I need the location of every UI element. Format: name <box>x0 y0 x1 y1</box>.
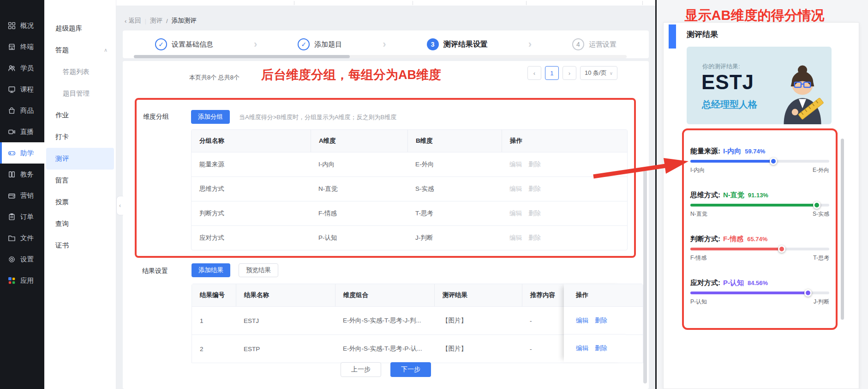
back-button[interactable]: ‹返回 <box>125 17 141 25</box>
result-setting-label: 结果设置 <box>142 267 168 275</box>
ops-row: 编辑 删除 <box>564 334 626 362</box>
delete-link[interactable]: 删除 <box>595 344 607 353</box>
slider-percent: 59.74% <box>745 148 765 155</box>
sidebar-collapse-handle[interactable]: ‹ <box>116 196 123 215</box>
step-result-setting[interactable]: 3 测评结果设置 <box>427 38 488 50</box>
table-header-row: 分组名称 A维度 B维度 操作 <box>192 130 627 152</box>
sidebar-item-courses[interactable]: 课程 <box>0 79 44 100</box>
slider-track[interactable] <box>690 204 829 207</box>
edit-link[interactable]: 编辑 <box>576 344 588 353</box>
slider-right-label: E-外向 <box>813 166 829 174</box>
submenu-item-certificate[interactable]: 证书 <box>44 235 116 256</box>
sidebar-item-terminal[interactable]: 终端 <box>0 36 44 57</box>
submenu-item-assessment[interactable]: 测评 <box>46 148 114 170</box>
chevron-right-icon: › <box>383 38 386 50</box>
cell-name: ESTP <box>236 335 335 363</box>
submenu-item-query[interactable]: 查询 <box>44 213 116 235</box>
gear-icon <box>8 255 16 263</box>
slider-right-label: S-实感 <box>813 210 829 218</box>
cell-dim-a: N-直觉 <box>311 177 407 201</box>
submenu-item-answer[interactable]: 答题∧ <box>44 39 116 61</box>
slider-handle[interactable] <box>804 289 812 297</box>
pagination: ‹ 1 › 10 条/页 ∨ <box>527 66 617 80</box>
col-header-ops: 操作 <box>502 130 627 152</box>
next-step-button[interactable]: 下一步 <box>390 362 431 377</box>
col-header-group-name: 分组名称 <box>192 130 311 152</box>
sidebar-item-academic[interactable]: 教务 <box>0 164 44 185</box>
slider-group-coping: 应对方式:P-认知84.56% P-认知 J-判断 <box>690 279 829 312</box>
sidebar-item-goods[interactable]: 商品 <box>0 100 44 121</box>
add-group-button[interactable]: 添加分组 <box>191 110 230 124</box>
breadcrumb-section[interactable]: 测评 <box>150 17 162 25</box>
col-header-result: 测评结果 <box>434 284 522 306</box>
collapse-up-icon[interactable]: ∧ <box>104 47 108 53</box>
annotation-arrow <box>591 155 688 182</box>
dimension-group-table: 分组名称 A维度 B维度 操作 能量来源 I-内向 E-外向 编辑删除 思维方式… <box>191 129 628 250</box>
slider-track[interactable] <box>690 292 829 294</box>
add-result-button[interactable]: 添加结果 <box>192 263 230 277</box>
step-operation-setting[interactable]: 4 运营设置 <box>572 38 617 50</box>
pagination-prev-button[interactable]: ‹ <box>527 66 541 80</box>
submenu-item-answer-list[interactable]: 答题列表 <box>44 61 116 83</box>
slider-right-label: J-判断 <box>814 298 829 306</box>
delete-link[interactable]: 删除 <box>528 234 541 242</box>
col-header-name: 结果名称 <box>236 284 335 306</box>
cell-dim-b: J-判断 <box>407 226 502 250</box>
submenu-item-question-bank[interactable]: 超级题库 <box>44 18 116 39</box>
sidebar-item-label: 概况 <box>20 21 34 30</box>
sidebar-item-apps[interactable]: 应用 <box>0 270 44 291</box>
main-content: 本页共8个 总共8个 后台维度分组，每组分为AB维度 ‹ 1 › 10 条/页 … <box>123 61 649 389</box>
delete-link[interactable]: 删除 <box>528 160 541 169</box>
submenu-item-question-manage[interactable]: 题目管理 <box>44 83 116 104</box>
step-add-questions[interactable]: ✓ 添加题目 <box>298 38 342 50</box>
slider-track[interactable] <box>690 248 829 250</box>
sidebar-item-orders[interactable]: 订单 <box>0 206 44 227</box>
submenu-item-message[interactable]: 留言 <box>44 170 116 191</box>
slider-left-label: N-直觉 <box>690 210 707 218</box>
edit-link[interactable]: 编辑 <box>509 185 522 193</box>
edit-link[interactable]: 编辑 <box>509 209 522 218</box>
top-strip-divider <box>294 1 294 5</box>
breadcrumb-divider: | <box>145 18 147 24</box>
slider-percent: 91.13% <box>748 192 768 199</box>
top-strip-divider <box>526 1 527 5</box>
sidebar-item-marketing[interactable]: 营销 <box>0 185 44 206</box>
horizontal-scrollbar[interactable] <box>134 55 627 58</box>
vertical-scrollbar[interactable] <box>841 139 844 320</box>
submenu-item-homework[interactable]: 作业 <box>44 104 116 126</box>
slider-group-name: 思维方式: <box>690 191 720 199</box>
slider-handle[interactable] <box>770 158 777 165</box>
edit-link[interactable]: 编辑 <box>509 160 522 169</box>
delete-link[interactable]: 删除 <box>595 316 607 325</box>
sidebar-item-settings[interactable]: 设置 <box>0 249 44 270</box>
slider-handle[interactable] <box>778 245 785 253</box>
sidebar-item-label: 课程 <box>20 85 34 94</box>
pagination-page-1[interactable]: 1 <box>545 66 559 80</box>
slider-handle[interactable] <box>813 201 820 209</box>
step-basic-info[interactable]: ✓ 设置基础信息 <box>155 38 213 50</box>
slider-track[interactable] <box>690 160 829 163</box>
prev-step-button[interactable]: 上一步 <box>341 362 381 377</box>
submenu-item-checkin[interactable]: 打卡 <box>44 126 116 148</box>
delete-link[interactable]: 删除 <box>528 185 541 193</box>
sidebar-item-overview[interactable]: 概况 <box>0 15 44 36</box>
sidebar-item-live[interactable]: 直播 <box>0 121 44 142</box>
result-banner: 你的测评结果: ESTJ 总经理型人格 <box>687 47 832 124</box>
pagination-next-button[interactable]: › <box>563 66 576 80</box>
page-size-select[interactable]: 10 条/页 ∨ <box>580 66 617 80</box>
preview-result-button[interactable]: 预览结果 <box>239 263 278 277</box>
sidebar-item-study-aid[interactable]: 助学 <box>0 142 44 164</box>
vertical-scrollbar[interactable] <box>643 170 647 383</box>
delete-link[interactable]: 删除 <box>528 209 541 218</box>
folder-icon <box>8 234 16 242</box>
horizontal-scrollbar-thumb[interactable] <box>134 55 350 58</box>
slider-group-thinking: 思维方式:N-直觉91.13% N-直觉 S-实感 <box>690 191 829 224</box>
slider-group-name: 判断方式: <box>690 235 720 243</box>
edit-link[interactable]: 编辑 <box>509 234 522 242</box>
sidebar-item-files[interactable]: 文件 <box>0 227 44 249</box>
slider-percent: 65.74% <box>747 236 767 243</box>
sidebar-item-students[interactable]: 学员 <box>0 57 44 79</box>
sidebar-item-label: 直播 <box>20 128 34 136</box>
submenu-item-vote[interactable]: 投票 <box>44 191 116 213</box>
edit-link[interactable]: 编辑 <box>576 316 588 325</box>
